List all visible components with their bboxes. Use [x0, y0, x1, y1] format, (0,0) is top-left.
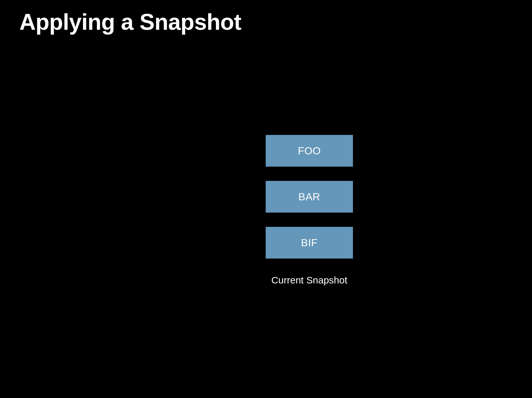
- snapshot-box-label: BAR: [298, 191, 320, 203]
- snapshot-box-bif: BIF: [266, 227, 353, 259]
- slide-title: Applying a Snapshot: [19, 9, 241, 35]
- snapshot-box-bar: BAR: [266, 181, 353, 213]
- current-snapshot-column: FOO BAR BIF Current Snapshot: [266, 135, 353, 286]
- snapshot-box-foo: FOO: [266, 135, 353, 167]
- snapshot-box-label: FOO: [298, 145, 321, 157]
- snapshot-box-label: BIF: [301, 237, 317, 249]
- snapshot-caption: Current Snapshot: [271, 275, 347, 286]
